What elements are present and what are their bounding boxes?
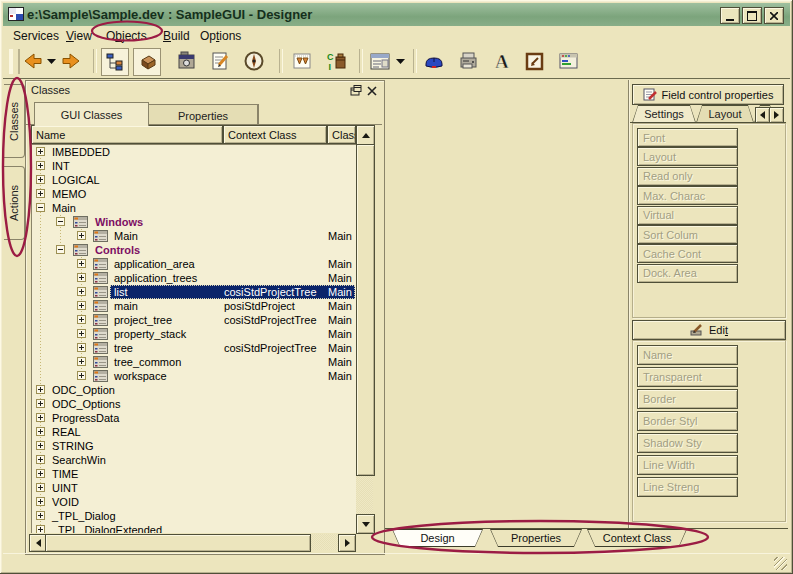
tree-row-main[interactable]: mainposiStdProjectMain — [32, 299, 357, 313]
tree-row-logical[interactable]: LOGICAL — [32, 173, 357, 187]
property-button-read-only[interactable]: Read only — [637, 167, 738, 186]
tab-gui-classes[interactable]: GUI Classes — [34, 102, 149, 126]
edit-button[interactable]: Edit — [632, 320, 786, 340]
property-button-sort-colum[interactable]: Sort Colum — [637, 225, 738, 244]
bottom-tab-properties[interactable]: Properties — [490, 529, 582, 547]
tree-row-list[interactable]: listcosiStdProjectTreeMain — [32, 285, 357, 299]
nav-back-dropdown[interactable] — [45, 48, 58, 74]
expand-icon[interactable] — [36, 147, 45, 156]
tree-row-windows[interactable]: Windows — [32, 215, 357, 229]
tree-row-application_trees[interactable]: application_treesMain — [32, 271, 357, 285]
horizontal-scrollbar-thumb[interactable] — [45, 534, 311, 552]
close-panel-icon[interactable] — [366, 85, 378, 97]
expand-icon[interactable] — [77, 287, 86, 296]
expand-icon[interactable] — [77, 371, 86, 380]
expand-icon[interactable] — [36, 441, 45, 450]
nav-forward-button[interactable] — [59, 48, 85, 74]
expand-icon[interactable] — [36, 399, 45, 408]
snapshot-button[interactable] — [173, 48, 199, 74]
property-button-border-styl[interactable]: Border Styl — [637, 411, 738, 431]
tree-row-tree_common[interactable]: tree_commonMain — [32, 355, 357, 369]
vertical-scrollbar-thumb[interactable] — [356, 144, 375, 476]
tree-row-time[interactable]: TIME — [32, 467, 357, 481]
property-button-font[interactable]: Font — [637, 128, 738, 147]
expand-icon[interactable] — [36, 525, 45, 533]
property-button-name[interactable]: Name — [637, 345, 738, 365]
class-instance-button[interactable]: C I — [323, 48, 349, 74]
close-button[interactable] — [764, 7, 784, 24]
edit-source-button[interactable] — [207, 48, 233, 74]
minimize-button[interactable] — [720, 7, 740, 24]
window-list-dropdown[interactable] — [394, 48, 407, 74]
expand-icon[interactable] — [77, 231, 86, 240]
tree-row-main[interactable]: Main — [32, 201, 357, 215]
column-header-context-class[interactable]: Context Class — [223, 125, 327, 144]
mouse-device-button[interactable] — [421, 48, 447, 74]
hierarchy-view-button[interactable] — [101, 48, 129, 76]
zoom-button[interactable] — [521, 48, 547, 74]
sidebar-tab-classes[interactable]: Classes — [4, 84, 25, 158]
menu-item-objects[interactable]: Objects — [106, 29, 147, 43]
expand-icon[interactable] — [77, 315, 86, 324]
tree-row-memo[interactable]: MEMO — [32, 187, 357, 201]
tree-row-string[interactable]: STRING — [32, 439, 357, 453]
expand-icon[interactable] — [36, 161, 45, 170]
collapse-icon[interactable] — [56, 245, 65, 254]
tree-row-project_tree[interactable]: project_treecosiStdProjectTreeMain — [32, 313, 357, 327]
title-bar[interactable]: e:\Sample\Sample.dev : SampleGUI - Desig… — [3, 3, 790, 26]
menu-item-services[interactable]: Services — [13, 29, 59, 43]
tree-row-odc_option[interactable]: ODC_Option — [32, 383, 357, 397]
collapse-icon[interactable] — [56, 217, 65, 226]
tree-row-progressdata[interactable]: ProgressData — [32, 411, 357, 425]
tree-row-controls[interactable]: Controls — [32, 243, 357, 257]
tree-row-application_area[interactable]: application_areaMain — [32, 257, 357, 271]
expand-icon[interactable] — [36, 189, 45, 198]
expand-icon[interactable] — [36, 385, 45, 394]
tree-row-tree[interactable]: treecosiStdProjectTreeMain — [32, 341, 357, 355]
property-button-shadow-sty[interactable]: Shadow Sty — [637, 433, 738, 453]
collapse-icon[interactable] — [36, 203, 45, 212]
eraser-mode-button[interactable] — [133, 48, 161, 76]
menu-item-build[interactable]: Build — [163, 29, 190, 43]
tree-row-searchwin[interactable]: SearchWin — [32, 453, 357, 467]
property-button-border[interactable]: Border — [637, 389, 738, 409]
expand-icon[interactable] — [77, 343, 86, 352]
property-button-layout[interactable]: Layout — [637, 147, 738, 166]
properties-tab-layout[interactable]: Layout — [696, 105, 754, 123]
window-list-button[interactable] — [367, 48, 393, 74]
column-header-name[interactable]: Name — [31, 125, 223, 144]
tree-row-int[interactable]: INT — [32, 159, 357, 173]
tree-row-uint[interactable]: UINT — [32, 481, 357, 495]
bottom-tab-design[interactable]: Design — [392, 529, 483, 547]
property-button-cache-cont[interactable]: Cache Cont — [637, 244, 738, 263]
tree-row-workspace[interactable]: workspaceMain — [32, 369, 357, 383]
expand-icon[interactable] — [36, 497, 45, 506]
expand-icon[interactable] — [77, 273, 86, 282]
property-button-line-width[interactable]: Line Width — [637, 455, 738, 475]
dialog-button[interactable] — [555, 48, 581, 74]
properties-tab-settings[interactable]: Settings — [632, 105, 696, 123]
font-button[interactable]: A — [489, 48, 515, 74]
expand-icon[interactable] — [36, 427, 45, 436]
bottom-tab-context-class[interactable]: Context Class — [587, 529, 687, 547]
tree-row-void[interactable]: VOID — [32, 495, 357, 509]
frame-import-button[interactable] — [289, 48, 315, 74]
expand-icon[interactable] — [77, 357, 86, 366]
float-panel-icon[interactable] — [350, 85, 362, 97]
tree-row-odc_options[interactable]: ODC_Options — [32, 397, 357, 411]
expand-icon[interactable] — [36, 511, 45, 520]
field-control-properties-button[interactable]: Field control properties — [632, 84, 784, 105]
expand-icon[interactable] — [77, 329, 86, 338]
column-header-class[interactable]: Class — [327, 125, 356, 144]
menu-item-options[interactable]: Options — [200, 29, 241, 43]
property-button-transparent[interactable]: Transparent — [637, 367, 738, 387]
sidebar-tab-actions[interactable]: Actions — [4, 166, 25, 240]
tree-row-property_stack[interactable]: property_stackMain — [32, 327, 357, 341]
menu-item-view[interactable]: View — [66, 29, 92, 43]
expand-icon[interactable] — [77, 301, 86, 310]
tab-scroll-right-button[interactable] — [769, 107, 784, 123]
scroll-right-button[interactable] — [338, 534, 356, 552]
nav-back-button[interactable] — [19, 48, 45, 74]
expand-icon[interactable] — [77, 259, 86, 268]
tree-row-real[interactable]: REAL — [32, 425, 357, 439]
